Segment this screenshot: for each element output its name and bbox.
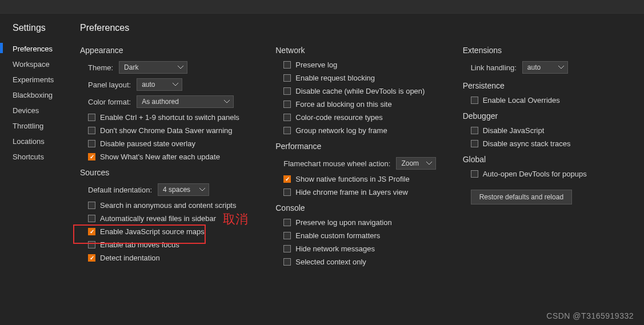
checkbox-icon — [88, 202, 95, 209]
checkbox-label: Automatically reveal files in sidebar — [100, 214, 216, 223]
sidebar-item-shortcuts[interactable]: Shortcuts — [13, 149, 69, 164]
appearance-checkbox[interactable]: Show What's New after each update — [88, 153, 258, 161]
color-format-label: Color format: — [88, 98, 131, 106]
checkbox-label: Don't show Chrome Data Saver warning — [100, 126, 233, 135]
color-format-select[interactable]: As authored — [137, 95, 234, 108]
network-checkbox[interactable]: Preserve log — [283, 61, 445, 69]
appearance-checkbox[interactable]: Disable paused state overlay — [88, 139, 258, 148]
section-debugger: Debugger — [463, 111, 633, 121]
checkbox-icon — [283, 61, 291, 69]
checkbox-label: Hide chrome frame in Layers view — [295, 188, 408, 196]
checkbox-label: Color-code resource types — [295, 113, 382, 122]
checkbox-label: Disable JavaScript — [483, 126, 545, 135]
restore-defaults-button[interactable]: Restore defaults and reload — [471, 190, 572, 204]
checkbox-label: Force ad blocking on this site — [295, 100, 391, 109]
debugger-checkbox[interactable]: Disable JavaScript — [471, 126, 633, 135]
checkbox-icon — [88, 254, 95, 262]
checkbox-label: Selected context only — [295, 258, 366, 266]
section-global: Global — [463, 155, 633, 164]
settings-sidebar: Settings PreferencesWorkspaceExperiments… — [0, 14, 69, 325]
checkbox-icon — [283, 114, 291, 121]
console-checkbox[interactable]: Selected context only — [283, 258, 445, 266]
checkbox-icon — [88, 127, 95, 134]
checkbox-icon — [283, 232, 291, 239]
flamechart-select[interactable]: Zoom — [396, 157, 436, 170]
checkbox-icon — [283, 74, 291, 82]
appearance-checkbox[interactable]: Enable Ctrl + 1-9 shortcut to switch pan… — [88, 113, 258, 122]
checkbox-label: Enable request blocking — [295, 74, 375, 82]
persistence-checkbox[interactable]: Enable Local Overrides — [471, 96, 633, 105]
checkbox-label: Disable async stack traces — [483, 139, 571, 148]
checkbox-icon — [471, 97, 478, 104]
section-extensions: Extensions — [463, 46, 633, 55]
network-checkbox[interactable]: Force ad blocking on this site — [283, 100, 445, 109]
checkbox-icon — [88, 215, 95, 222]
console-checkbox[interactable]: Hide network messages — [283, 244, 445, 253]
checkbox-label: Disable cache (while DevTools is open) — [295, 87, 425, 95]
highlight-annotation — [73, 224, 206, 244]
checkbox-label: Detect indentation — [100, 254, 160, 262]
checkbox-label: Disable paused state overlay — [100, 139, 195, 148]
sidebar-item-devices[interactable]: Devices — [13, 103, 69, 118]
checkbox-label: Preserve log upon navigation — [295, 218, 391, 227]
sidebar-item-experiments[interactable]: Experiments — [13, 72, 69, 87]
checkbox-label: Group network log by frame — [295, 126, 387, 135]
sidebar-item-preferences[interactable]: Preferences — [13, 41, 69, 57]
link-handling-label: Link handling: — [471, 63, 517, 72]
sidebar-item-workspace[interactable]: Workspace — [13, 57, 69, 72]
sources-checkbox[interactable]: Detect indentation — [88, 254, 258, 262]
network-checkbox[interactable]: Disable cache (while DevTools is open) — [283, 87, 445, 95]
checkbox-label: Preserve log — [295, 61, 337, 69]
top-toolbar — [0, 0, 644, 14]
sources-checkbox[interactable]: Search in anonymous and content scripts — [88, 201, 258, 210]
performance-checkbox[interactable]: Show native functions in JS Profile — [283, 175, 445, 183]
section-sources: Sources — [80, 168, 258, 177]
section-performance: Performance — [275, 142, 445, 151]
sidebar-item-locations[interactable]: Locations — [13, 134, 69, 149]
checkbox-icon — [471, 140, 478, 147]
checkbox-icon — [471, 170, 478, 178]
theme-select[interactable]: Dark — [119, 61, 187, 74]
debugger-checkbox[interactable]: Disable async stack traces — [471, 139, 633, 148]
flamechart-label: Flamechart mouse wheel action: — [283, 159, 390, 168]
checkbox-icon — [471, 127, 478, 134]
panel-layout-select[interactable]: auto — [137, 78, 182, 91]
checkbox-label: Hide network messages — [295, 244, 375, 253]
sidebar-title: Settings — [13, 23, 69, 33]
sidebar-item-blackboxing[interactable]: Blackboxing — [13, 87, 69, 103]
panel-layout-label: Panel layout: — [88, 81, 131, 89]
checkbox-label: Show native functions in JS Profile — [295, 175, 409, 183]
watermark: CSDN @T3165919332 — [546, 311, 634, 320]
network-checkbox[interactable]: Color-code resource types — [283, 113, 445, 122]
default-indent-select[interactable]: 4 spaces — [158, 183, 209, 196]
checkbox-label: Enable custom formatters — [295, 231, 380, 240]
checkbox-icon — [88, 140, 95, 147]
performance-checkbox[interactable]: Hide chrome frame in Layers view — [283, 188, 445, 196]
section-console: Console — [275, 203, 445, 212]
section-network: Network — [275, 46, 445, 55]
page-title: Preferences — [80, 23, 129, 33]
checkbox-icon — [283, 127, 291, 134]
checkbox-icon — [283, 245, 291, 252]
network-checkbox[interactable]: Group network log by frame — [283, 126, 445, 135]
checkbox-label: Show What's New after each update — [100, 153, 220, 161]
console-checkbox[interactable]: Enable custom formatters — [283, 231, 445, 240]
sidebar-item-throttling[interactable]: Throttling — [13, 118, 69, 134]
link-handling-select[interactable]: auto — [522, 61, 568, 74]
checkbox-icon — [88, 153, 95, 161]
console-checkbox[interactable]: Preserve log upon navigation — [283, 218, 445, 227]
cancel-annotation: 取消 — [223, 211, 248, 228]
checkbox-icon — [283, 87, 291, 95]
network-checkbox[interactable]: Enable request blocking — [283, 74, 445, 82]
checkbox-label: Enable Ctrl + 1-9 shortcut to switch pan… — [100, 113, 239, 122]
default-indent-label: Default indentation: — [88, 186, 152, 194]
theme-label: Theme: — [88, 63, 113, 72]
appearance-checkbox[interactable]: Don't show Chrome Data Saver warning — [88, 126, 258, 135]
section-appearance: Appearance — [80, 46, 258, 55]
checkbox-icon — [283, 101, 291, 108]
checkbox-label: Enable Local Overrides — [483, 96, 560, 105]
global-checkbox[interactable]: Auto-open DevTools for popups — [471, 170, 633, 178]
checkbox-icon — [283, 219, 291, 226]
checkbox-label: Auto-open DevTools for popups — [483, 170, 587, 178]
checkbox-label: Search in anonymous and content scripts — [100, 201, 236, 210]
